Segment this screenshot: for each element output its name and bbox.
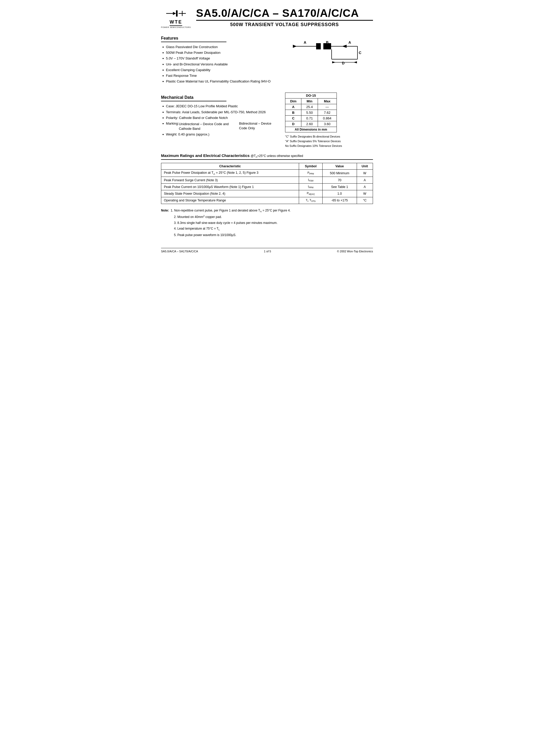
note-2: 2. Mounted on 40mm2 copper pad. (161, 214, 373, 220)
table-row: Peak Pulse Current on 10/1000µS Waveform… (161, 184, 373, 190)
dimension-table: DO-15 Dim Min Max A25.4— B5.507.62 C0.71… (285, 93, 337, 132)
list-item: Weight: 0.40 grams (approx.) (162, 132, 280, 137)
svg-marker-24 (354, 61, 357, 63)
ratings-table: Characteristic Symbol Value Unit Peak Pu… (161, 163, 373, 204)
mechanical-section: Mechanical Data Case: JEDEC DO-15 Low Pr… (161, 90, 373, 148)
table-row: B5.507.62 (285, 110, 337, 116)
svg-rect-2 (176, 10, 177, 16)
list-item: 5.0V – 170V Standoff Voltage (162, 56, 280, 61)
col-header-dim: Dim (285, 98, 301, 104)
table-row: Operating and Storage Temperature Range … (161, 197, 373, 204)
svg-text:C: C (359, 51, 361, 55)
suffix-note-2: "A" Suffix Designates 5% Tolerance Devic… (285, 139, 373, 144)
component-diagram: A B A C D (285, 33, 373, 75)
sub-title: 500W TRANSIENT VOLTAGE SUPPRESSORS (196, 22, 373, 27)
list-item: 500W Peak Pulse Power Dissipation (162, 50, 280, 55)
note-3: 3. 8.3ms single half sine-wave duty cycl… (161, 220, 373, 226)
col-header-max: Max (318, 98, 336, 104)
list-item: Case: JEDEC DO-15 Low Profile Molded Pla… (162, 104, 280, 109)
svg-rect-14 (316, 43, 331, 49)
features-right: A B A C D (285, 31, 373, 85)
suffix-note-1: "C" Suffix Designates Bi-directional Dev… (285, 134, 373, 139)
table-row: Steady State Power Dissipation (Note 2, … (161, 190, 373, 197)
svg-text:A: A (304, 40, 306, 44)
note-5: 5. Peak pulse power waveform is 10/1000µ… (161, 232, 373, 238)
notes-section: Note: 1. Non-repetitive current pulse, p… (161, 208, 373, 238)
mechanical-left: Mechanical Data Case: JEDEC DO-15 Low Pr… (161, 90, 280, 148)
page-header: WTE POWER SEMICONDUCTORS SA5.0/A/C/CA – … (161, 8, 373, 28)
mechanical-right: DO-15 Dim Min Max A25.4— B5.507.62 C0.71… (285, 90, 373, 148)
svg-rect-15 (321, 43, 323, 49)
svg-marker-23 (332, 61, 335, 63)
title-area: SA5.0/A/C/CA – SA170/A/C/CA 500W TRANSIE… (196, 8, 373, 27)
col-header-symbol: Symbol (299, 163, 323, 170)
diagram-svg: A B A C D (290, 33, 368, 75)
footer-right: © 2002 Won-Top Electronics (337, 250, 373, 253)
table-row: Peak Pulse Power Dissipation at TA = 25°… (161, 170, 373, 177)
table-row: C0.710.864 (285, 116, 337, 121)
footer-left: SA5.0/A/CA – SA170/A/C/CA (161, 250, 198, 253)
list-item: Uni- and Bi-Directional Versions Availab… (162, 62, 280, 67)
suffix-notes: "C" Suffix Designates Bi-directional Dev… (285, 134, 373, 148)
main-title: SA5.0/A/C/CA – SA170/A/C/CA (196, 8, 373, 21)
list-item: Plastic Case Material has UL Flammabilit… (162, 79, 280, 84)
list-item: Terminals: Axial Leads, Solderable per M… (162, 110, 280, 115)
mechanical-list: Case: JEDEC DO-15 Low Profile Molded Pla… (161, 104, 280, 137)
svg-text:D: D (342, 61, 345, 65)
ratings-title: Maximum Ratings and Electrical Character… (161, 153, 373, 160)
features-title: Features (161, 36, 227, 42)
logo-icon (166, 8, 186, 19)
dimension-table-container: DO-15 Dim Min Max A25.4— B5.507.62 C0.71… (285, 93, 373, 132)
svg-marker-6 (293, 45, 297, 48)
page-footer: SA5.0/A/CA – SA170/A/C/CA 1 of 5 © 2002 … (161, 248, 373, 253)
list-item: Marking: Unidirectional – Device Code an… (162, 121, 280, 131)
footer-center: 1 of 5 (264, 250, 271, 253)
features-left: Features Glass Passivated Die Constructi… (161, 31, 280, 85)
table-row: Peak Forward Surge Current (Note 3) IFSM… (161, 176, 373, 183)
col-header-characteristic: Characteristic (161, 163, 299, 170)
note-header: Note: 1. Non-repetitive current pulse, p… (161, 208, 373, 214)
suffix-note-3: No Suffix Designates 10% Tolerance Devic… (285, 144, 373, 148)
features-section: Features Glass Passivated Die Constructi… (161, 31, 373, 85)
col-header-value: Value (323, 163, 357, 170)
table-row: A25.4— (285, 104, 337, 110)
list-item: Excellent Clamping Capability (162, 68, 280, 72)
ratings-section: Maximum Ratings and Electrical Character… (161, 153, 373, 204)
col-header-unit: Unit (357, 163, 373, 170)
svg-marker-1 (173, 12, 176, 15)
list-item: Polarity: Cathode Band or Cathode Notch (162, 116, 280, 120)
dimension-footer: All Dimensions in mm (285, 127, 337, 132)
ratings-condition: @TA=25°C unless otherwise specified (251, 154, 303, 158)
col-header-min: Min (301, 98, 318, 104)
svg-text:A: A (348, 40, 351, 44)
logo-area: WTE POWER SEMICONDUCTORS (161, 8, 191, 28)
mechanical-title: Mechanical Data (161, 95, 227, 101)
table-row: D2.603.60 (285, 121, 337, 127)
logo-wte: WTE (170, 19, 182, 26)
note-4: 4. Lead temperature at 75°C = TL (161, 226, 373, 232)
list-item: Glass Passivated Die Construction (162, 45, 280, 49)
features-list: Glass Passivated Die Construction 500W P… (161, 45, 280, 84)
logo-sub: POWER SEMICONDUCTORS (161, 26, 191, 28)
table-title: DO-15 (285, 93, 337, 98)
list-item: Fast Response Time (162, 73, 280, 78)
